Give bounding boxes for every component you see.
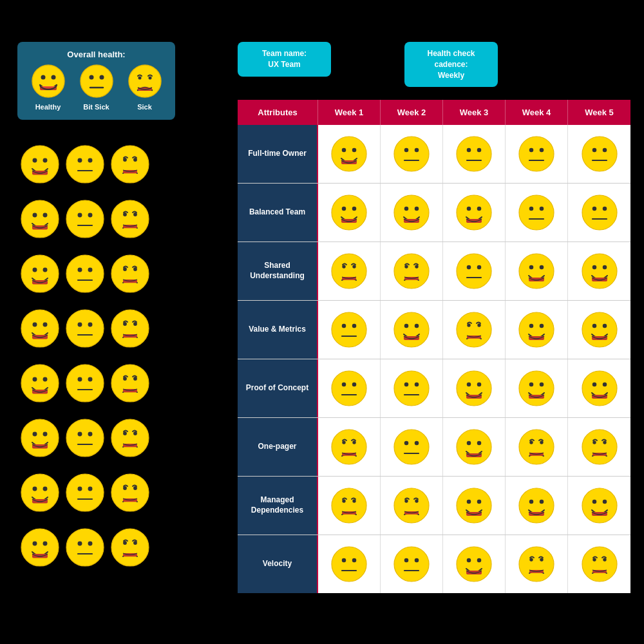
main-table: AttributesWeek 1Week 2Week 3Week 4Week 5… — [238, 100, 630, 593]
svg-point-54 — [78, 323, 82, 327]
grid-cell-2-2 — [108, 248, 153, 299]
svg-rect-140 — [466, 219, 482, 223]
team-name-box: Team name:UX Team — [238, 42, 331, 77]
grid-cell-7-1 — [62, 522, 108, 573]
grid-cell-4-1 — [62, 357, 108, 409]
face-r3-w1 — [381, 301, 443, 359]
team-name-label: Team name:UX Team — [244, 48, 325, 70]
legend-sick: Sick — [128, 64, 162, 111]
svg-point-153 — [394, 254, 429, 289]
svg-point-62 — [33, 377, 37, 382]
svg-point-38 — [33, 268, 37, 272]
grid-cell-5-2 — [108, 412, 153, 464]
svg-rect-52 — [32, 335, 48, 339]
svg-point-146 — [592, 207, 596, 211]
svg-point-155 — [415, 265, 418, 268]
svg-point-74 — [33, 432, 37, 437]
svg-point-34 — [123, 213, 127, 216]
face-r3-w4 — [568, 301, 630, 359]
svg-point-247 — [602, 500, 606, 504]
face-r6-w3 — [506, 477, 568, 535]
svg-point-119 — [477, 148, 481, 152]
svg-point-163 — [540, 265, 544, 269]
face-r2-w2 — [443, 242, 506, 300]
svg-point-117 — [457, 137, 491, 171]
svg-point-266 — [592, 558, 596, 561]
svg-point-123 — [540, 148, 544, 152]
svg-point-195 — [415, 383, 419, 386]
svg-point-222 — [529, 440, 533, 444]
svg-point-127 — [602, 148, 606, 152]
svg-point-251 — [352, 558, 356, 562]
grid-cell-6-2 — [108, 467, 153, 518]
svg-rect-100 — [32, 554, 48, 558]
attr-7: Velocity — [238, 535, 318, 593]
svg-point-7 — [99, 75, 104, 80]
svg-point-193 — [394, 371, 429, 406]
svg-point-51 — [43, 323, 48, 327]
svg-point-17 — [66, 146, 104, 183]
svg-point-210 — [342, 440, 345, 444]
grid-cell-2-1 — [62, 248, 108, 299]
svg-point-257 — [457, 547, 491, 582]
svg-point-94 — [123, 486, 127, 490]
table-row: Proof of Concept — [238, 359, 630, 418]
svg-point-229 — [332, 488, 366, 523]
svg-point-70 — [123, 377, 127, 381]
svg-rect-260 — [466, 571, 482, 574]
grid-cell-0-1 — [62, 138, 108, 190]
svg-point-263 — [540, 558, 543, 561]
svg-point-110 — [342, 148, 346, 152]
svg-point-115 — [415, 148, 419, 152]
svg-rect-40 — [32, 280, 48, 284]
svg-point-113 — [394, 137, 429, 171]
svg-point-147 — [602, 207, 606, 211]
svg-point-194 — [404, 383, 408, 386]
svg-point-57 — [111, 310, 149, 347]
svg-point-19 — [88, 158, 93, 163]
svg-point-81 — [111, 419, 149, 457]
svg-rect-176 — [404, 336, 419, 340]
svg-point-71 — [133, 377, 137, 381]
svg-point-157 — [457, 254, 491, 289]
grid-cell-4-0 — [17, 357, 62, 409]
svg-point-129 — [332, 195, 366, 230]
svg-point-161 — [519, 254, 554, 289]
svg-point-83 — [133, 431, 137, 435]
svg-point-35 — [133, 213, 137, 216]
svg-point-169 — [332, 312, 366, 347]
svg-point-241 — [519, 488, 554, 523]
svg-point-50 — [33, 323, 37, 327]
svg-point-219 — [477, 441, 481, 445]
svg-point-203 — [540, 383, 544, 386]
header-attributes: Attributes — [238, 100, 318, 125]
svg-point-49 — [21, 310, 59, 347]
svg-point-82 — [123, 431, 127, 435]
svg-point-159 — [477, 265, 481, 269]
face-r2-w1 — [381, 242, 443, 300]
face-r5-w4 — [568, 418, 630, 476]
svg-point-90 — [78, 487, 82, 491]
sad-face-legend — [128, 64, 162, 100]
header-week-2: Week 2 — [381, 100, 443, 125]
face-r1-w0 — [318, 184, 381, 242]
svg-point-238 — [467, 500, 471, 504]
svg-point-177 — [457, 312, 491, 347]
face-r6-w4 — [568, 477, 630, 535]
svg-point-190 — [342, 383, 346, 386]
svg-point-59 — [133, 322, 137, 326]
face-r5-w2 — [443, 418, 506, 476]
svg-point-105 — [111, 529, 149, 566]
legend-title: Overall health: — [24, 50, 169, 59]
svg-rect-28 — [32, 225, 48, 229]
face-r4-w1 — [381, 359, 443, 417]
face-r0-w3 — [506, 125, 568, 183]
svg-rect-208 — [592, 395, 607, 399]
svg-point-231 — [352, 499, 355, 502]
svg-point-179 — [477, 323, 480, 327]
svg-rect-76 — [32, 444, 48, 448]
svg-point-15 — [43, 158, 48, 163]
svg-point-253 — [394, 547, 429, 582]
cadence-box: Health check cadence:Weekly — [404, 42, 498, 87]
face-r2-w0 — [318, 242, 381, 300]
